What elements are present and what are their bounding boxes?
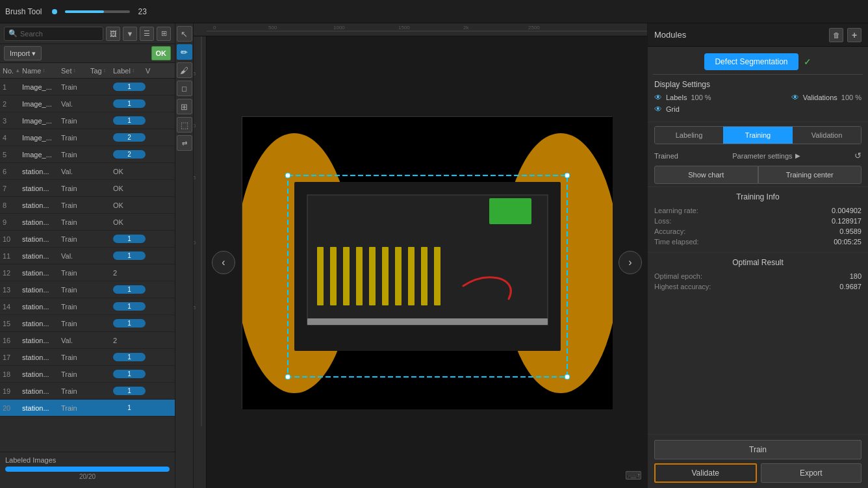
row-name: station... <box>22 235 61 243</box>
keyboard-icon[interactable]: ⌨ <box>625 469 642 483</box>
table-row[interactable]: 19 station... Train 1 <box>0 383 175 400</box>
tab-labeling[interactable]: Labeling <box>655 127 723 144</box>
table-row[interactable]: 6 station... Val. OK <box>0 163 175 180</box>
col-label[interactable]: Label↕ <box>113 67 146 75</box>
import-button[interactable]: Import ▾ <box>4 46 42 60</box>
canvas-viewport[interactable]: ‹ › ⌨ <box>207 36 647 488</box>
table-row[interactable]: 18 station... Train 1 <box>0 366 175 383</box>
labeled-images-label: Labeled Images <box>5 456 170 464</box>
delete-module-btn[interactable]: 🗑 <box>829 28 843 42</box>
row-no: 10 <box>3 235 22 243</box>
next-arrow[interactable]: › <box>619 251 642 274</box>
row-set: Train <box>61 235 90 243</box>
paint-tool-btn[interactable]: 🖌 <box>177 62 192 78</box>
image-icon-btn[interactable]: 🖼 <box>106 27 120 41</box>
col-tag[interactable]: Tag↕ <box>90 67 113 75</box>
row-name: station... <box>22 337 61 344</box>
label-badge: 1 <box>113 116 146 125</box>
labels-eye-icon[interactable]: 👁 <box>654 93 662 102</box>
svg-text:2k: 2k <box>463 25 469 31</box>
table-row[interactable]: 11 station... Val. 1 <box>0 248 175 264</box>
validations-eye-icon[interactable]: 👁 <box>791 93 799 102</box>
add-module-btn[interactable]: + <box>847 28 862 42</box>
row-name: Image_... <box>22 134 61 142</box>
col-set[interactable]: Set↕ <box>61 67 90 75</box>
validate-button[interactable]: Validate <box>654 463 757 483</box>
tab-validation[interactable]: Validation <box>793 127 861 144</box>
export-button[interactable]: Export <box>761 463 862 483</box>
table-row[interactable]: 12 station... Train 2 <box>0 264 175 281</box>
transform-tool-btn[interactable]: ⇄ <box>177 135 192 151</box>
table-row[interactable]: 13 station... Train 1 <box>0 281 175 298</box>
tab-training[interactable]: Training <box>723 127 793 144</box>
table-row[interactable]: 8 station... Train OK <box>0 197 175 214</box>
brush-slider[interactable] <box>65 10 130 13</box>
table-row[interactable]: 20 station... Train 1 <box>0 400 175 417</box>
learning-rate-key: Learning rate: <box>654 207 698 214</box>
ruler-vertical: 5 0 5 0 5 <box>194 36 207 488</box>
row-name: station... <box>22 353 61 361</box>
svg-rect-20 <box>330 247 337 305</box>
epoch-row: Optimal epoch: 180 <box>654 271 862 281</box>
table-row[interactable]: 7 station... Train OK <box>0 180 175 197</box>
row-name: station... <box>22 387 61 395</box>
tool-panel: ↖ ✏ 🖌 ◻ ⊞ ⬚ ⇄ <box>175 23 194 488</box>
optimal-result: Optimal Result Optimal epoch: 180 Highes… <box>648 253 868 297</box>
table-row[interactable]: 4 Image_... Train 2 <box>0 129 175 146</box>
svg-text:0: 0 <box>194 123 196 129</box>
list-icon-btn[interactable]: ☰ <box>140 27 154 41</box>
train-button[interactable]: Train <box>654 440 862 459</box>
label-badge: 1 <box>113 404 146 412</box>
tool-label: Brush Tool <box>5 7 42 16</box>
grid-label: Grid <box>666 105 680 113</box>
table-row[interactable]: 10 station... Train 1 <box>0 231 175 248</box>
grid-icon-btn[interactable]: ⊞ <box>157 27 171 41</box>
svg-point-31 <box>285 173 290 178</box>
row-no: 11 <box>3 252 22 260</box>
pointer-tool-btn[interactable]: ↖ <box>177 26 192 42</box>
row-set: Train <box>61 151 90 159</box>
search-box[interactable]: 🔍 Search <box>4 27 103 41</box>
svg-text:5: 5 <box>194 71 196 77</box>
table-row[interactable]: 14 station... Train 1 <box>0 298 175 315</box>
eraser-tool-btn[interactable]: ◻ <box>177 81 192 96</box>
table-row[interactable]: 16 station... Val. 2 <box>0 332 175 349</box>
loss-key: Loss: <box>654 217 671 225</box>
crop-tool-btn[interactable]: ⊞ <box>177 99 192 114</box>
main-layout: 🔍 Search 🖼 ▼ ☰ ⊞ Import ▾ OK No.▲ Name↕ … <box>0 23 868 488</box>
label-ok: OK <box>113 185 146 192</box>
col-no[interactable]: No.▲ <box>3 67 22 75</box>
table-row[interactable]: 9 station... Train OK <box>0 214 175 231</box>
learning-rate-val: 0.004902 <box>832 207 862 214</box>
modules-actions: 🗑 + <box>829 28 862 42</box>
prev-arrow[interactable]: ‹ <box>212 251 235 274</box>
validations-label: Validations <box>803 94 837 101</box>
table-row[interactable]: 15 station... Train 1 <box>0 315 175 332</box>
svg-rect-19 <box>317 247 324 305</box>
training-center-btn[interactable]: Training center <box>758 166 862 184</box>
highest-accuracy-row: Highest accuracy: 0.9687 <box>654 281 862 292</box>
label-badge: 2 <box>113 133 146 142</box>
table-row[interactable]: 5 Image_... Train 2 <box>0 146 175 163</box>
accuracy-key: Accuracy: <box>654 227 685 235</box>
table-row[interactable]: 1 Image_... Train 1 <box>0 79 175 96</box>
show-chart-btn[interactable]: Show chart <box>654 166 758 184</box>
table-row[interactable]: 17 station... Train 1 <box>0 349 175 366</box>
left-panel-header: 🔍 Search 🖼 ▼ ☰ ⊞ <box>0 23 175 44</box>
table-row[interactable]: 2 Image_... Val. 1 <box>0 96 175 112</box>
label-badge: 1 <box>113 370 146 378</box>
col-v: V <box>146 67 165 75</box>
row-set: Train <box>61 269 90 277</box>
ok-button[interactable]: OK <box>151 46 172 60</box>
table-row[interactable]: 3 Image_... Train 1 <box>0 112 175 129</box>
filter-icon-btn[interactable]: ▼ <box>123 27 137 41</box>
brush-tool-btn[interactable]: ✏ <box>177 44 192 60</box>
refresh-icon[interactable]: ↺ <box>854 151 862 161</box>
param-settings[interactable]: Parameter settings ▶ <box>732 152 800 160</box>
brush-value: 23 <box>138 7 146 16</box>
row-no: 17 <box>3 353 22 361</box>
select-tool-btn[interactable]: ⬚ <box>177 117 192 133</box>
col-name[interactable]: Name↕ <box>22 67 61 75</box>
grid-eye-icon[interactable]: 👁 <box>654 105 662 114</box>
defect-seg-btn[interactable]: Defect Segmentation <box>704 53 798 70</box>
